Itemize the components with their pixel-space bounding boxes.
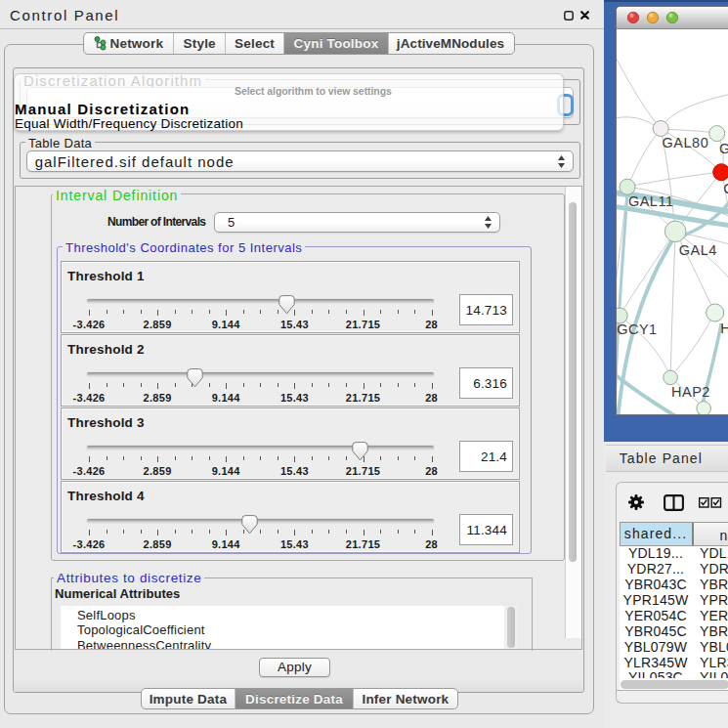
- svg-text:GAL4: GAL4: [678, 242, 716, 258]
- svg-text:H: H: [720, 321, 728, 336]
- svg-text:C: C: [723, 181, 728, 196]
- svg-text:GAL80: GAL80: [662, 135, 708, 150]
- svg-text:GA: GA: [719, 141, 728, 156]
- svg-text:HAP2: HAP2: [671, 384, 710, 400]
- svg-text:GCY1: GCY1: [617, 321, 658, 337]
- svg-text:GAL11: GAL11: [628, 193, 674, 209]
